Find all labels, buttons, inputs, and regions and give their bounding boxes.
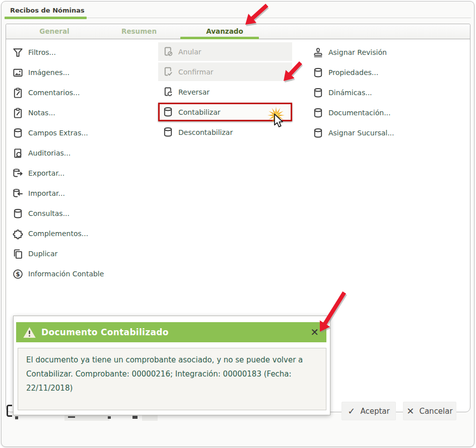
menu-item-dinamicas[interactable]: Dinámicas...	[312, 83, 468, 103]
warning-icon	[23, 326, 36, 339]
menu-item-label: Dinámicas...	[328, 89, 372, 97]
tab-resumen[interactable]: Resumen	[99, 24, 179, 39]
menu-item-label: Duplicar	[28, 250, 57, 258]
menu-item-contabilizar[interactable]: Contabilizar	[158, 103, 292, 121]
menu-item-label: Filtros...	[28, 48, 56, 56]
menu-item-label: Asignar Revisión	[328, 48, 387, 56]
popup-title: Documento Contabilizado	[41, 327, 169, 337]
menu-item-label: Auditorias...	[28, 149, 71, 157]
popup-header: Documento Contabilizado ✕	[16, 322, 326, 342]
menu-item-label: Reversar	[178, 88, 210, 96]
accept-button-label: Aceptar	[360, 407, 389, 416]
menu-item-label: Complementos...	[28, 230, 88, 238]
popup-close-button[interactable]: ✕	[309, 325, 320, 339]
database-icon	[162, 106, 174, 118]
menu-item-asignar-sucursal[interactable]: Asignar Sucursal...	[312, 123, 468, 143]
svg-text:$: $	[16, 270, 20, 277]
menu-item-auditorias[interactable]: Auditorias...	[12, 143, 153, 163]
database-icon	[312, 127, 324, 139]
menu-item-duplicar[interactable]: Duplicar	[12, 244, 153, 264]
menu-item-label: Notas...	[28, 109, 55, 117]
menu-item-comentarios[interactable]: Comentarios...	[12, 83, 153, 103]
cancel-button[interactable]: ✕ Cancelar	[403, 402, 456, 420]
document-refresh-icon	[162, 86, 174, 98]
clipboard-edit-icon	[12, 87, 24, 99]
menu-item-informacion-contable[interactable]: $ Información Contable	[12, 264, 153, 284]
menu-item-label: Consultas...	[28, 209, 70, 217]
popup-body: El documento ya tiene un comprobante aso…	[18, 348, 326, 410]
cancel-button-label: Cancelar	[419, 407, 452, 416]
menu-item-label: Documentación...	[328, 109, 390, 117]
database-icon	[312, 87, 324, 99]
active-tab-underline	[180, 37, 259, 39]
dollar-circle-icon: $	[12, 268, 24, 280]
window-title: Recibos de Nóminas	[10, 7, 85, 14]
database-export-icon	[12, 168, 24, 179]
menu-item-reversar[interactable]: Reversar	[158, 83, 292, 101]
database-icon	[312, 67, 324, 79]
menu-column-2: Anular Confirmar Reversar Contabilizar D…	[158, 42, 292, 143]
filter-icon	[12, 47, 24, 58]
menu-item-label: Propiedades...	[328, 68, 378, 77]
menu-item-imagenes[interactable]: Imágenes...	[12, 62, 153, 83]
menu-column-3: Asignar Revisión Propiedades... Dinámica…	[312, 42, 468, 143]
database-icon	[12, 208, 24, 219]
menu-column-1: Filtros... Imágenes... Comentarios... No…	[12, 42, 153, 284]
title-accent-underline	[5, 17, 87, 19]
menu-item-label: Imágenes...	[28, 68, 70, 77]
menu-item-documentacion[interactable]: Documentación...	[312, 103, 468, 123]
menu-item-importar[interactable]: Importar...	[12, 183, 153, 203]
popup-message: El documento ya tiene un comprobante aso…	[26, 353, 308, 395]
database-import-icon	[12, 188, 24, 199]
menu-item-exportar[interactable]: Exportar...	[12, 163, 153, 183]
menu-item-label: Información Contable	[28, 270, 104, 278]
database-icon	[312, 107, 324, 119]
menu-item-label: Descontabilizar	[178, 128, 233, 136]
document-search-icon	[12, 147, 24, 159]
menu-item-label: Importar...	[28, 189, 65, 197]
clipboard-edit-icon	[12, 107, 24, 119]
image-icon	[12, 67, 24, 79]
menu-item-label: Exportar...	[28, 169, 64, 177]
menu-item-label: Comentarios...	[28, 89, 80, 97]
tab-bar: General Resumen Avanzado	[6, 24, 470, 39]
menu-item-propiedades[interactable]: Propiedades...	[312, 62, 468, 83]
tab-general[interactable]: General	[14, 24, 95, 39]
duplicate-icon	[12, 248, 24, 260]
menu-item-asignar-revision[interactable]: Asignar Revisión	[312, 42, 468, 62]
x-icon: ✕	[406, 406, 414, 416]
database-icon	[12, 127, 24, 139]
menu-item-label: Asignar Sucursal...	[328, 129, 394, 137]
app-window: Recibos de Nóminas General Resumen Avanz…	[1, 1, 474, 447]
menu-item-label: Contabilizar	[178, 108, 221, 116]
menu-item-descontabilizar[interactable]: Descontabilizar	[158, 123, 292, 141]
document-cancel-icon	[162, 46, 174, 57]
notification-popup: Documento Contabilizado ✕ El documento y…	[13, 316, 330, 415]
menu-item-confirmar: Confirmar	[158, 62, 292, 81]
puzzle-icon	[12, 228, 24, 240]
stamp-icon	[312, 47, 324, 58]
menu-item-anular: Anular	[158, 42, 292, 61]
menu-item-notas[interactable]: Notas...	[12, 103, 153, 123]
menu-item-consultas[interactable]: Consultas...	[12, 203, 153, 223]
check-icon: ✓	[348, 406, 355, 416]
menu-item-complementos[interactable]: Complementos...	[12, 223, 153, 244]
menu-item-label: Campos Extras...	[28, 129, 88, 137]
menu-item-label: Confirmar	[178, 68, 214, 76]
menu-item-label: Anular	[178, 48, 201, 56]
database-icon	[162, 126, 174, 138]
document-check-icon	[162, 66, 174, 78]
accept-button[interactable]: ✓ Aceptar	[342, 402, 396, 420]
menu-item-campos-extras[interactable]: Campos Extras...	[12, 123, 153, 143]
menu-item-filtros[interactable]: Filtros...	[12, 42, 153, 62]
